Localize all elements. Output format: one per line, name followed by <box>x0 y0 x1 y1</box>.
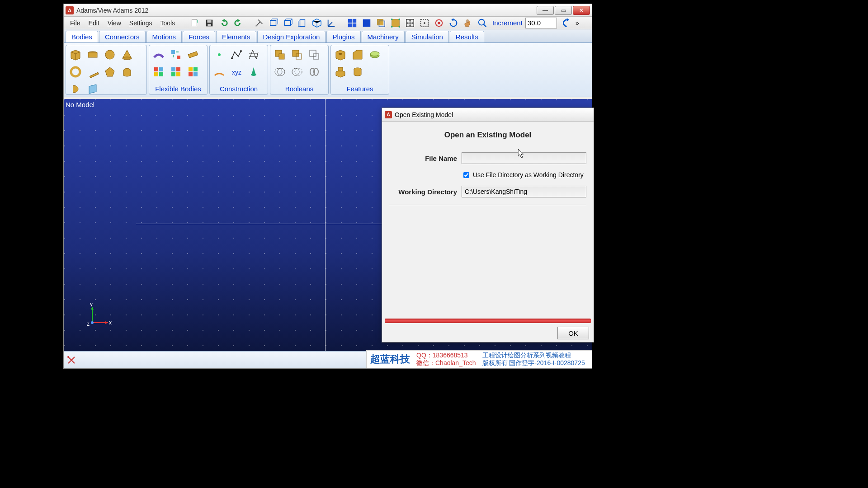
plate-icon[interactable] <box>102 64 118 80</box>
dialog-red-strip <box>385 319 591 323</box>
app-icon: A <box>66 6 74 14</box>
svg-rect-66 <box>189 67 193 71</box>
extrude-icon[interactable] <box>119 64 135 80</box>
feature-shell-icon[interactable] <box>350 64 365 80</box>
menu-view[interactable]: View <box>104 19 125 28</box>
sheet-icon[interactable] <box>85 81 100 97</box>
close-button[interactable]: ✕ <box>573 6 590 15</box>
torus-icon[interactable] <box>68 64 83 80</box>
flex-beam-icon[interactable] <box>185 47 201 62</box>
spline-net-icon[interactable] <box>246 47 261 62</box>
title-bar[interactable]: A Adams/View Adams 2012 — ▭ ✕ <box>64 4 592 17</box>
cone-icon[interactable] <box>119 47 135 62</box>
svg-rect-25 <box>377 19 383 25</box>
bool-chain-icon[interactable] <box>307 64 322 80</box>
box-front-icon[interactable] <box>267 17 280 29</box>
svg-rect-14 <box>285 20 291 25</box>
polyline-icon[interactable] <box>229 47 244 62</box>
svg-point-28 <box>391 18 393 20</box>
tab-connectors[interactable]: Connectors <box>99 31 146 42</box>
dialog-title-bar[interactable]: A Open Existing Model <box>382 108 594 122</box>
select-box-icon[interactable] <box>389 17 402 29</box>
fill-icon[interactable] <box>360 17 373 29</box>
cylinder-icon[interactable] <box>85 47 100 62</box>
tab-forces[interactable]: Forces <box>183 31 215 42</box>
toolbar: + Increment » <box>189 17 581 29</box>
tab-simulation[interactable]: Simulation <box>406 31 449 42</box>
box-solid-icon[interactable] <box>68 47 83 62</box>
feature-fillet-icon[interactable] <box>367 47 382 62</box>
maximize-button[interactable]: ▭ <box>555 6 572 15</box>
tab-motions[interactable]: Motions <box>146 31 182 42</box>
feature-hole-icon[interactable] <box>333 47 348 62</box>
bool-sub-circle-icon[interactable] <box>289 64 305 80</box>
svg-line-43 <box>484 24 486 27</box>
revolve-icon[interactable] <box>68 81 83 97</box>
tab-elements[interactable]: Elements <box>216 31 256 42</box>
flex-mesh3-icon[interactable] <box>185 64 201 80</box>
box-iso-icon[interactable] <box>282 17 294 29</box>
box-side-icon[interactable] <box>296 17 309 29</box>
menu-settings[interactable]: Settings <box>126 19 156 28</box>
save-icon[interactable] <box>203 17 216 29</box>
svg-rect-61 <box>159 72 163 76</box>
increment-input[interactable] <box>525 18 557 28</box>
flex-mesh1-icon[interactable] <box>151 64 166 80</box>
bool-subtract-solid-icon[interactable] <box>289 47 305 62</box>
pan-icon[interactable] <box>462 17 474 29</box>
feature-chamfer-icon[interactable] <box>350 47 365 62</box>
use-dir-label: Use File Directory as Working Directory <box>473 171 584 178</box>
tab-plugins[interactable]: Plugins <box>326 31 360 42</box>
new-file-icon[interactable]: + <box>189 17 201 29</box>
sphere-icon[interactable] <box>102 47 118 62</box>
tools-icon[interactable] <box>253 17 265 29</box>
minimize-button[interactable]: — <box>537 6 554 15</box>
svg-marker-88 <box>336 50 345 60</box>
use-dir-checkbox[interactable] <box>463 172 469 178</box>
back-arrow-icon[interactable] <box>559 17 571 29</box>
svg-rect-22 <box>348 23 352 27</box>
undo-icon[interactable] <box>217 17 230 29</box>
rotate-icon[interactable] <box>447 17 460 29</box>
working-dir-input[interactable] <box>462 186 586 197</box>
record-icon[interactable] <box>433 17 445 29</box>
feature-boss-icon[interactable] <box>333 64 348 80</box>
spline-icon[interactable] <box>246 64 261 80</box>
more-icon[interactable]: » <box>573 17 581 29</box>
menu-edit[interactable]: Edit <box>85 19 103 28</box>
ok-button[interactable]: OK <box>557 327 589 339</box>
bool-union-solid-icon[interactable] <box>272 47 288 62</box>
svg-point-31 <box>399 26 401 28</box>
svg-point-70 <box>218 53 221 56</box>
tab-design-exploration[interactable]: Design Exploration <box>257 31 326 42</box>
svg-marker-90 <box>353 50 362 59</box>
group-flexible-label: Flexible Bodies <box>151 84 205 93</box>
layers-icon[interactable] <box>375 17 387 29</box>
tab-machinery[interactable]: Machinery <box>362 31 405 42</box>
box-3d-icon[interactable] <box>311 17 323 29</box>
arc-icon[interactable] <box>212 64 227 80</box>
menu-tools[interactable]: Tools <box>156 19 179 28</box>
svg-point-84 <box>292 68 299 75</box>
tab-results[interactable]: Results <box>450 31 484 42</box>
svg-point-7 <box>256 24 258 26</box>
svg-rect-80 <box>310 50 316 56</box>
dialog-heading: Open an Existing Model <box>389 131 586 140</box>
bool-intersect-wire-icon[interactable] <box>307 47 322 62</box>
svg-rect-65 <box>176 72 180 76</box>
select-dashed-icon[interactable] <box>418 17 431 29</box>
axis-icon[interactable] <box>325 17 338 29</box>
bool-union-circle-icon[interactable] <box>272 64 288 80</box>
marker-icon[interactable]: xyz <box>229 64 244 80</box>
flex-link-icon[interactable] <box>151 47 166 62</box>
grid-blue-icon[interactable] <box>346 17 359 29</box>
point-icon[interactable] <box>212 47 227 62</box>
zoom-icon[interactable] <box>476 17 489 29</box>
move-icon[interactable] <box>404 17 416 29</box>
menu-file[interactable]: File <box>66 19 84 28</box>
flex-swap-icon[interactable] <box>168 47 184 62</box>
flex-mesh2-icon[interactable] <box>168 64 184 80</box>
tab-bodies[interactable]: Bodies <box>66 31 98 42</box>
redo-icon[interactable] <box>232 17 245 29</box>
link-icon[interactable] <box>85 64 100 80</box>
